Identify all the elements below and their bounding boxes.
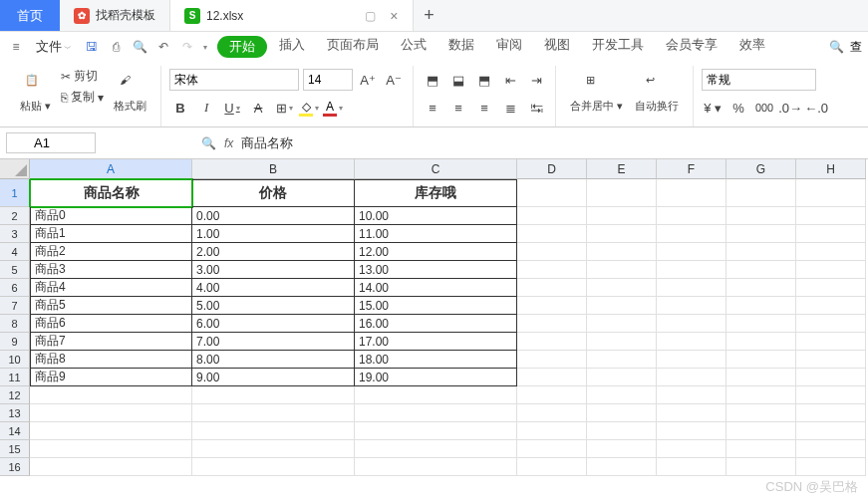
cell[interactable]: 12.00 bbox=[355, 243, 517, 261]
cell[interactable]: 9.00 bbox=[192, 369, 355, 386]
cell[interactable] bbox=[192, 386, 355, 404]
menu-icon[interactable]: ≡ bbox=[6, 37, 26, 57]
cell[interactable]: 2.00 bbox=[192, 243, 355, 261]
orientation-button[interactable]: ⭾ bbox=[525, 97, 547, 119]
column-header[interactable]: G bbox=[726, 159, 796, 179]
cell[interactable]: 商品名称 bbox=[30, 179, 192, 207]
redo-icon[interactable]: ↷ bbox=[177, 37, 197, 57]
name-box[interactable]: A1 bbox=[6, 132, 96, 153]
cell[interactable]: 8.00 bbox=[192, 351, 355, 369]
menu-data[interactable]: 数据 bbox=[438, 36, 484, 58]
copy-button[interactable]: ⎘复制 ▾ bbox=[57, 87, 108, 108]
row-header[interactable]: 14 bbox=[0, 422, 30, 440]
cell[interactable] bbox=[355, 422, 517, 440]
row-header[interactable]: 8 bbox=[0, 315, 30, 333]
tab-home[interactable]: 首页 bbox=[0, 0, 60, 31]
qat-dropdown[interactable]: ▾ bbox=[203, 43, 207, 52]
cell[interactable] bbox=[30, 422, 192, 440]
underline-button[interactable]: U▾ bbox=[221, 97, 243, 119]
cell[interactable]: 17.00 bbox=[355, 333, 517, 351]
cell[interactable] bbox=[726, 422, 796, 440]
row-header[interactable]: 6 bbox=[0, 279, 30, 297]
align-right-button[interactable]: ≡ bbox=[473, 97, 495, 119]
cell[interactable] bbox=[657, 179, 726, 207]
cell[interactable] bbox=[587, 243, 657, 261]
wrap-button[interactable]: ↩ 自动换行 bbox=[629, 66, 685, 122]
cell[interactable] bbox=[726, 279, 796, 297]
cell[interactable] bbox=[517, 369, 587, 386]
cell[interactable] bbox=[355, 458, 517, 476]
merge-button[interactable]: ⊞ 合并居中 ▾ bbox=[564, 66, 629, 122]
cell[interactable]: 商品8 bbox=[30, 351, 192, 369]
column-header[interactable]: H bbox=[796, 159, 866, 179]
cell[interactable] bbox=[587, 333, 657, 351]
cell[interactable] bbox=[657, 369, 726, 386]
cell[interactable] bbox=[726, 207, 796, 225]
cell[interactable]: 11.00 bbox=[355, 225, 517, 243]
cell[interactable] bbox=[657, 386, 726, 404]
distribute-button[interactable]: ≣ bbox=[499, 97, 521, 119]
cell[interactable] bbox=[517, 351, 587, 369]
cell[interactable] bbox=[796, 315, 866, 333]
cell[interactable]: 0.00 bbox=[192, 207, 355, 225]
currency-button[interactable]: ¥ ▾ bbox=[702, 97, 723, 119]
comma-button[interactable]: 000 bbox=[753, 97, 775, 119]
cell[interactable] bbox=[517, 440, 587, 458]
cell[interactable]: 5.00 bbox=[192, 297, 355, 315]
cell[interactable] bbox=[355, 386, 517, 404]
cell[interactable] bbox=[587, 297, 657, 315]
cell[interactable]: 6.00 bbox=[192, 315, 355, 333]
cell[interactable] bbox=[657, 243, 726, 261]
cell[interactable] bbox=[796, 225, 866, 243]
preview-icon[interactable]: 🔍 bbox=[130, 37, 149, 57]
cell[interactable] bbox=[587, 440, 657, 458]
cell[interactable] bbox=[517, 225, 587, 243]
menu-start[interactable]: 开始 bbox=[217, 36, 267, 58]
menu-dev[interactable]: 开发工具 bbox=[582, 36, 654, 58]
cell[interactable] bbox=[657, 458, 726, 476]
column-header[interactable]: B bbox=[192, 159, 355, 179]
menu-formula[interactable]: 公式 bbox=[391, 36, 436, 58]
cell[interactable]: 16.00 bbox=[355, 315, 517, 333]
cell[interactable] bbox=[517, 404, 587, 422]
percent-button[interactable]: % bbox=[727, 97, 749, 119]
cell[interactable] bbox=[587, 386, 657, 404]
cell[interactable] bbox=[796, 351, 866, 369]
save-icon[interactable]: 🖫 bbox=[82, 37, 102, 57]
cell[interactable]: 14.00 bbox=[355, 279, 517, 297]
cell[interactable] bbox=[587, 369, 657, 386]
cell[interactable] bbox=[657, 207, 726, 225]
row-header[interactable]: 16 bbox=[0, 458, 30, 476]
cell[interactable] bbox=[726, 404, 796, 422]
close-icon[interactable]: × bbox=[390, 8, 398, 24]
undo-icon[interactable]: ↶ bbox=[153, 37, 173, 57]
row-header[interactable]: 13 bbox=[0, 404, 30, 422]
search-icon[interactable]: 🔍 bbox=[826, 37, 846, 57]
cell[interactable]: 商品2 bbox=[30, 243, 192, 261]
row-header[interactable]: 11 bbox=[0, 369, 30, 386]
column-header[interactable]: C bbox=[355, 159, 517, 179]
format-painter-button[interactable]: 🖌 格式刷 bbox=[108, 66, 152, 122]
fill-color-button[interactable]: ◇▾ bbox=[299, 100, 319, 117]
increase-font-button[interactable]: A⁺ bbox=[357, 69, 379, 91]
border-button[interactable]: ⊞▾ bbox=[273, 97, 295, 119]
cell[interactable] bbox=[30, 386, 192, 404]
cell[interactable] bbox=[657, 279, 726, 297]
strikethrough-button[interactable]: A bbox=[247, 97, 269, 119]
cell[interactable] bbox=[587, 261, 657, 279]
tab-docer[interactable]: ✿ 找稻壳模板 bbox=[60, 0, 170, 31]
cell[interactable] bbox=[30, 458, 192, 476]
cell[interactable] bbox=[726, 369, 796, 386]
cell[interactable] bbox=[657, 297, 726, 315]
menu-vip[interactable]: 会员专享 bbox=[656, 36, 727, 58]
align-top-button[interactable]: ⬒ bbox=[422, 69, 443, 91]
cell[interactable]: 19.00 bbox=[355, 369, 517, 386]
cell[interactable] bbox=[587, 422, 657, 440]
cell[interactable] bbox=[726, 440, 796, 458]
indent-increase-button[interactable]: ⇥ bbox=[525, 69, 547, 91]
row-header[interactable]: 3 bbox=[0, 225, 30, 243]
select-all-corner[interactable] bbox=[0, 159, 30, 179]
cell[interactable] bbox=[657, 333, 726, 351]
menu-file[interactable]: 文件﹀ bbox=[30, 38, 78, 56]
cell[interactable] bbox=[30, 440, 192, 458]
